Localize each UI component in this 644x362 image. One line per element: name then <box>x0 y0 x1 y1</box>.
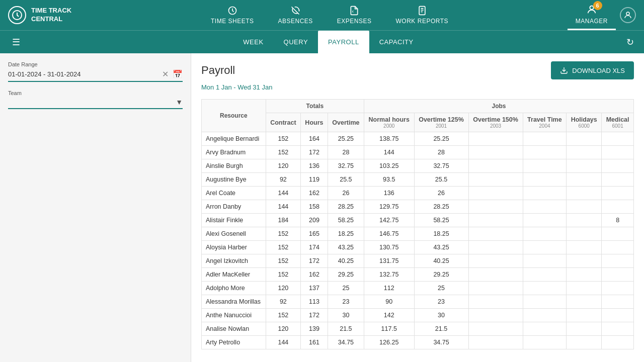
col-contract: Contract <box>266 113 300 132</box>
logo[interactable]: TIME TRACK CENTRAL <box>8 6 71 24</box>
table-row: Alessandra Morillas92113239023 <box>202 295 634 309</box>
sub-nav-query[interactable]: QUERY <box>274 31 318 54</box>
sub-nav-capacity[interactable]: CAPACITY <box>369 31 424 54</box>
col-hours: Hours <box>301 113 328 132</box>
refresh-button[interactable]: ↻ <box>624 35 636 50</box>
date-range-label: Date Range <box>8 61 183 67</box>
sub-nav-right: ↻ <box>624 35 636 50</box>
col-normal-hours: Normal hours 2000 <box>364 113 414 132</box>
col-holidays: Holidays 6000 <box>567 113 602 132</box>
user-avatar[interactable] <box>620 7 636 23</box>
team-row: ▼ <box>8 98 183 109</box>
col-totals-group: Totals <box>266 100 364 113</box>
payroll-date-range: Mon 1 Jan - Wed 31 Jan <box>201 83 634 91</box>
table-row: Angel Izkovitch15217240.25131.7540.25 <box>202 254 634 268</box>
download-xls-button[interactable]: DOWNLOAD XLS <box>551 61 634 79</box>
nav-expenses[interactable]: € EXPENSES <box>325 0 384 30</box>
payroll-header: Payroll DOWNLOAD XLS <box>201 61 634 79</box>
right-panel: Payroll DOWNLOAD XLS Mon 1 Jan - Wed 31 … <box>191 53 644 362</box>
team-select[interactable] <box>8 99 176 106</box>
logo-text: TIME TRACK CENTRAL <box>31 7 71 24</box>
table-row: Adolpho More1201372511225 <box>202 282 634 295</box>
date-range-row: ✕ 📅 <box>8 69 183 82</box>
table-row: Analise Nowlan12013921.5117.521.5 <box>202 322 634 336</box>
table-row: Arron Danby14415828.25129.7528.25 <box>202 200 634 214</box>
clear-date-button[interactable]: ✕ <box>162 69 169 79</box>
date-range-input[interactable] <box>8 70 158 78</box>
col-resource: Resource <box>202 100 266 132</box>
nav-timesheets[interactable]: TIME SHEETS <box>199 0 266 30</box>
table-row: Aloysia Harber15217443.25130.7543.25 <box>202 241 634 254</box>
sub-nav-items: WEEK QUERY PAYROLL CAPACITY <box>32 31 624 54</box>
download-xls-label: DOWNLOAD XLS <box>572 67 625 74</box>
nav-manager[interactable]: 6 MANAGER <box>568 0 616 30</box>
sub-nav-payroll[interactable]: PAYROLL <box>318 31 369 54</box>
payroll-table: Resource Totals Jobs Contract Hours Over… <box>201 99 634 349</box>
manager-icon-wrap: 6 <box>586 4 597 17</box>
team-label: Team <box>8 90 183 96</box>
logo-icon <box>8 6 26 24</box>
nav-workreports[interactable]: WORK REPORTS <box>384 0 460 30</box>
table-row: Arvy Bradnum1521722814428 <box>202 146 634 159</box>
col-travel-time: Travel Time 2004 <box>523 113 567 132</box>
hamburger-menu[interactable]: ☰ <box>8 35 24 50</box>
nav-right: 6 MANAGER <box>568 0 636 30</box>
table-row: Alexi Gosenell15216518.25146.7518.25 <box>202 227 634 241</box>
table-row: Augustine Bye9211925.593.525.5 <box>202 173 634 187</box>
table-row: Arel Coate1441622613626 <box>202 187 634 200</box>
payroll-title: Payroll <box>201 64 235 77</box>
sub-nav: ☰ WEEK QUERY PAYROLL CAPACITY ↻ <box>0 30 644 53</box>
col-jobs-group: Jobs <box>364 100 633 113</box>
sub-nav-week[interactable]: WEEK <box>233 31 273 54</box>
main-content: Date Range ✕ 📅 Team ▼ Payroll DOWNLOAD X <box>0 53 644 362</box>
svg-text:€: € <box>352 10 354 13</box>
table-row: Anthe Nanuccioi1521723014230 <box>202 309 634 322</box>
col-medical: Medical 6001 <box>602 113 634 132</box>
col-ot125: Overtime 125% 2001 <box>414 113 468 132</box>
manager-badge: 6 <box>593 1 602 10</box>
table-row: Alistair Finkle18420958.25142.7558.258 <box>202 214 634 227</box>
col-ot150: Overtime 150% 2003 <box>468 113 523 132</box>
sidebar: Date Range ✕ 📅 Team ▼ <box>0 53 191 362</box>
nav-absences[interactable]: ABSENCES <box>266 0 325 30</box>
svg-point-8 <box>626 12 629 15</box>
col-overtime: Overtime <box>328 113 364 132</box>
table-row: Angelique Bernardi15216425.25138.7525.25 <box>202 132 634 146</box>
team-dropdown-arrow: ▼ <box>176 98 183 106</box>
nav-items: TIME SHEETS ABSENCES € EXPENSES WORK REP… <box>92 0 568 30</box>
table-row: Ainslie Burgh12013632.75103.2532.75 <box>202 159 634 173</box>
table-row: Arty Petrollo14416134.75126.2534.75 <box>202 336 634 349</box>
table-row: Adler MacKeller15216229.25132.7529.25 <box>202 268 634 282</box>
calendar-button[interactable]: 📅 <box>173 69 183 79</box>
top-nav: TIME TRACK CENTRAL TIME SHEETS ABSENCES … <box>0 0 644 30</box>
